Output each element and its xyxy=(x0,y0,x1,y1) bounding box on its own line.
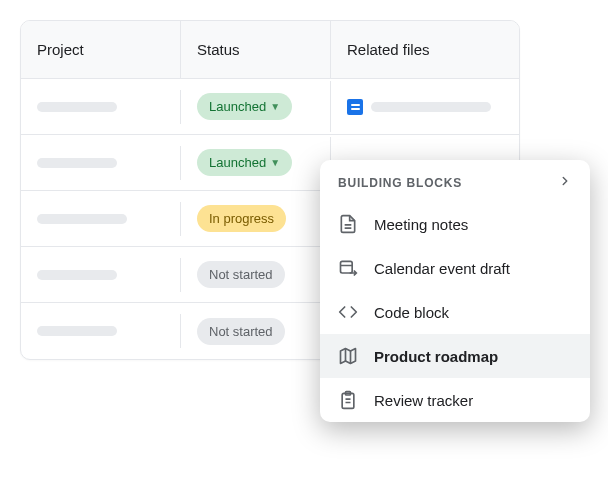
status-chip-launched[interactable]: Launched ▼ xyxy=(197,93,292,120)
calendar-draft-icon xyxy=(338,258,358,278)
table-header-row: Project Status Related files xyxy=(21,21,519,79)
status-label: In progress xyxy=(209,211,274,226)
document-icon xyxy=(338,214,358,234)
menu-item-label: Calendar event draft xyxy=(374,260,510,277)
status-chip-not-started[interactable]: Not started xyxy=(197,318,285,345)
menu-header[interactable]: BUILDING BLOCKS xyxy=(320,160,590,202)
menu-item-meeting-notes[interactable]: Meeting notes xyxy=(320,202,590,246)
status-label: Not started xyxy=(209,267,273,282)
column-header-project: Project xyxy=(21,21,181,78)
menu-item-calendar-event-draft[interactable]: Calendar event draft xyxy=(320,246,590,290)
chevron-right-icon xyxy=(558,174,572,192)
file-name-placeholder xyxy=(371,102,491,112)
clipboard-icon xyxy=(338,390,358,410)
status-label: Launched xyxy=(209,155,266,170)
project-name-placeholder xyxy=(37,102,117,112)
svg-rect-2 xyxy=(341,261,353,273)
menu-item-label: Product roadmap xyxy=(374,348,498,365)
menu-item-review-tracker[interactable]: Review tracker xyxy=(320,378,590,422)
code-icon xyxy=(338,302,358,322)
menu-item-code-block[interactable]: Code block xyxy=(320,290,590,334)
caret-down-icon: ▼ xyxy=(270,101,280,112)
column-header-status: Status xyxy=(181,21,331,78)
table-row: Launched ▼ xyxy=(21,79,519,135)
status-label: Not started xyxy=(209,324,273,339)
column-header-files: Related files xyxy=(331,21,519,78)
status-chip-launched[interactable]: Launched ▼ xyxy=(197,149,292,176)
project-name-placeholder xyxy=(37,158,117,168)
project-name-placeholder xyxy=(37,214,127,224)
caret-down-icon: ▼ xyxy=(270,157,280,168)
menu-item-label: Meeting notes xyxy=(374,216,468,233)
status-chip-not-started[interactable]: Not started xyxy=(197,261,285,288)
svg-marker-4 xyxy=(341,349,356,364)
menu-title: BUILDING BLOCKS xyxy=(338,176,462,190)
status-label: Launched xyxy=(209,99,266,114)
map-icon xyxy=(338,346,358,366)
file-chip[interactable] xyxy=(347,99,491,115)
project-name-placeholder xyxy=(37,326,117,336)
project-name-placeholder xyxy=(37,270,117,280)
menu-item-product-roadmap[interactable]: Product roadmap xyxy=(320,334,590,378)
menu-item-label: Code block xyxy=(374,304,449,321)
menu-item-label: Review tracker xyxy=(374,392,473,409)
status-chip-in-progress[interactable]: In progress xyxy=(197,205,286,232)
building-blocks-menu: BUILDING BLOCKS Meeting notes Calendar e… xyxy=(320,160,590,422)
doc-icon xyxy=(347,99,363,115)
